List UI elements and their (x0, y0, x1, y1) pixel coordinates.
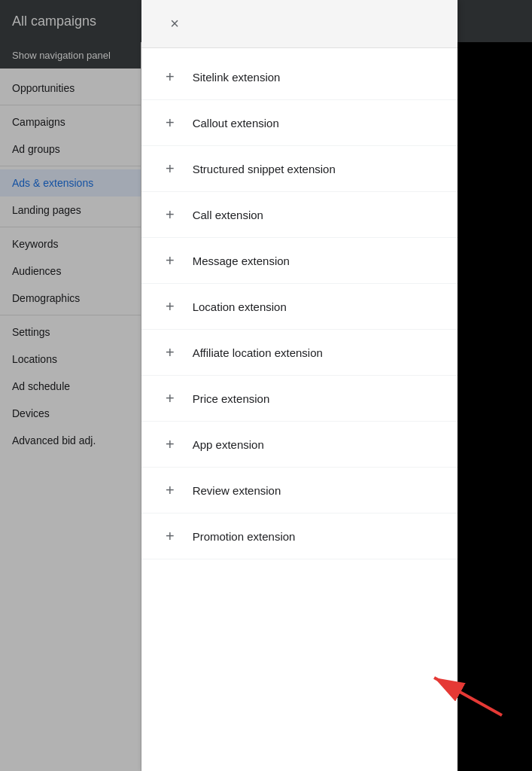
plus-icon: + (166, 391, 175, 406)
plus-icon: + (166, 345, 175, 360)
extension-item-message[interactable]: + Message extension (141, 238, 458, 284)
plus-icon: + (166, 529, 175, 544)
extension-label: Review extension (193, 484, 281, 497)
plus-icon: + (166, 207, 175, 222)
plus-icon: + (166, 483, 175, 498)
extension-item-review[interactable]: + Review extension (141, 468, 458, 513)
extension-item-app[interactable]: + App extension (141, 422, 458, 468)
extension-label: Call extension (193, 209, 263, 221)
plus-icon: + (166, 299, 175, 314)
extension-label: Promotion extension (193, 530, 296, 543)
extension-panel: × + Sitelink extension + Callout extensi… (141, 0, 458, 771)
extension-item-location[interactable]: + Location extension (141, 284, 458, 330)
extension-item-callout[interactable]: + Callout extension (141, 100, 458, 146)
extension-label: Sitelink extension (193, 71, 281, 84)
extension-item-structured-snippet[interactable]: + Structured snippet extension (141, 146, 458, 192)
plus-icon: + (166, 69, 175, 84)
panel-header: × (141, 0, 458, 48)
extension-label: App extension (193, 438, 264, 451)
plus-icon: + (166, 115, 175, 130)
plus-icon: + (166, 161, 175, 176)
extension-item-sitelink[interactable]: + Sitelink extension (141, 54, 458, 100)
plus-icon: + (166, 253, 175, 268)
extension-label: Callout extension (193, 117, 279, 130)
extension-label: Structured snippet extension (193, 163, 336, 175)
extension-item-price[interactable]: + Price extension (141, 376, 458, 422)
close-button[interactable]: × (160, 9, 190, 39)
extension-label: Price extension (193, 392, 270, 405)
plus-icon: + (166, 437, 175, 452)
close-icon: × (170, 15, 179, 32)
extension-item-affiliate-location[interactable]: + Affiliate location extension (141, 330, 458, 376)
extension-item-promotion[interactable]: + Promotion extension (141, 513, 458, 559)
extension-label: Affiliate location extension (193, 346, 323, 359)
extension-item-call[interactable]: + Call extension (141, 192, 458, 238)
extension-label: Location extension (193, 300, 287, 313)
extension-label: Message extension (193, 254, 290, 267)
extension-list: + Sitelink extension + Callout extension… (141, 48, 458, 565)
